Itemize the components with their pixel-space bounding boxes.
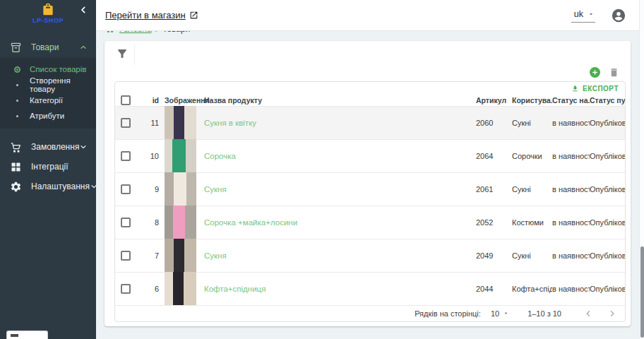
product-name-link[interactable]: Сорочка +майка+лосини (204, 218, 297, 227)
cell-sku: 2060 (476, 119, 512, 127)
chevron-up-icon (79, 43, 88, 52)
funnel-icon (116, 47, 129, 60)
sidebar-item-products[interactable]: Товари (0, 37, 96, 58)
table-row: 9 Сукня 2061 Сукні в наявності Опубліков… (115, 172, 625, 206)
store-link-label: Перейти в магазин (105, 10, 186, 20)
scrollbar-thumb[interactable] (640, 246, 644, 338)
sidebar-item-orders[interactable]: Замовлення (0, 137, 96, 157)
select-all-checkbox[interactable] (121, 95, 131, 105)
cell-publication: Опубліковано (590, 251, 625, 260)
language-code: uk (574, 9, 583, 19)
logo-text: LP-SHOP (0, 17, 96, 24)
row-checkbox[interactable] (121, 151, 131, 161)
browser-status-popup (6, 331, 48, 339)
row-checkbox[interactable] (121, 284, 131, 294)
sidebar-header: LP-SHOP (0, 0, 96, 34)
sidebar-item-integrations[interactable]: Інтеграції (0, 157, 96, 177)
products-submenu: Список товарів Створення товару Категорі… (0, 58, 96, 129)
row-checkbox[interactable] (121, 118, 131, 128)
table-row: 7 Сукня 2049 Сукні в наявності Опубліков… (115, 239, 625, 272)
products-panel: ЕКСПОРТ id Зображення Назва продукту Арт… (105, 41, 631, 326)
product-image[interactable] (165, 172, 196, 206)
rows-per-page-value: 10 (491, 309, 499, 318)
product-name-link[interactable]: Сукня (204, 185, 227, 194)
account-icon (611, 8, 626, 23)
row-checkbox[interactable] (121, 251, 131, 261)
product-name-link[interactable]: Сукня в квітку (204, 119, 256, 127)
sidebar-subitem-label: Атрибути (30, 112, 64, 120)
rows-per-page-select[interactable]: 10 (491, 309, 509, 318)
download-icon (571, 85, 579, 93)
chevron-left-icon (583, 309, 593, 319)
product-image[interactable] (165, 206, 196, 239)
inventory-box-icon (10, 42, 22, 54)
toolbar-divider (134, 45, 135, 65)
cell-publication: Опубліковано (590, 218, 625, 227)
cell-category: Костюми (512, 218, 552, 227)
sidebar-item-attributes[interactable]: Атрибути (0, 108, 96, 124)
product-name-link[interactable]: Сукня (204, 251, 227, 260)
product-image[interactable] (165, 106, 196, 139)
chevron-right-icon (607, 309, 617, 319)
topbar-right: uk (571, 8, 639, 23)
cell-id: 9 (142, 185, 159, 194)
table-row: 6 Кофта+спідниця 2044 Кофта+спідниц в на… (115, 272, 625, 305)
cell-publication: Опубліковано (590, 285, 625, 293)
chevron-left-icon (78, 4, 89, 16)
bullet-dot-icon (12, 100, 22, 102)
sidebar-item-label: Товари (31, 42, 79, 52)
sidebar-item-create-product[interactable]: Створення товару (0, 77, 96, 93)
sidebar-item-label: Налаштування (31, 182, 90, 191)
delete-button[interactable] (609, 67, 619, 78)
sidebar-collapse-button[interactable] (78, 4, 89, 16)
page-scrollbar (639, 0, 644, 339)
cell-sku: 2044 (476, 285, 512, 293)
cell-id: 7 (142, 251, 159, 260)
row-checkbox[interactable] (121, 184, 131, 194)
cell-category: Сорочки (512, 152, 552, 160)
cell-availability: в наявності (552, 152, 590, 160)
sidebar: LP-SHOP Товари Список товарів (0, 0, 96, 339)
product-image[interactable] (165, 239, 196, 272)
cell-publication: Опубліковано (590, 152, 625, 160)
sidebar-subitem-label: Список товарів (30, 65, 86, 73)
product-image[interactable] (165, 139, 196, 172)
sidebar-item-product-list[interactable]: Список товарів (0, 61, 96, 77)
product-image[interactable] (165, 272, 196, 305)
go-to-store-link[interactable]: Перейти в магазин (105, 10, 198, 20)
dropdown-arrow-icon (503, 310, 509, 316)
language-select[interactable]: uk (571, 8, 595, 23)
cell-category: Сукні (512, 185, 552, 194)
cell-category: Сукні (512, 251, 552, 260)
add-product-button[interactable] (590, 67, 600, 78)
products-table: ЕКСПОРТ id Зображення Назва продукту Арт… (114, 81, 626, 322)
previous-page-button[interactable] (581, 307, 595, 321)
sidebar-item-label: Інтеграції (31, 162, 88, 172)
cell-publication: Опубліковано (590, 119, 625, 127)
cart-icon (10, 141, 22, 153)
product-name-link[interactable]: Сорочка (204, 152, 236, 160)
table-pagination: Рядків на сторінці: 10 1–10 з 10 (115, 305, 625, 321)
row-checkbox[interactable] (121, 218, 131, 227)
cell-sku: 2052 (476, 218, 512, 227)
sidebar-item-categories[interactable]: Категорії (0, 93, 96, 108)
export-button[interactable]: ЕКСПОРТ (115, 82, 625, 95)
bullet-dot-icon (12, 115, 22, 117)
cell-availability: в наявності (552, 119, 590, 127)
account-button[interactable] (611, 8, 626, 23)
rows-per-page-label: Рядків на сторінці: (415, 309, 481, 318)
cell-publication: Опубліковано (590, 185, 625, 194)
sidebar-item-settings[interactable]: Налаштування (0, 177, 96, 196)
shopping-bag-icon (41, 2, 55, 16)
table-actions (590, 67, 619, 78)
column-header-image: Зображення (159, 95, 197, 106)
filter-button[interactable] (116, 47, 129, 60)
next-page-button[interactable] (605, 307, 619, 321)
cell-sku: 2049 (476, 251, 512, 260)
table-header-row: id Зображення Назва продукту Артикул Кор… (115, 95, 625, 106)
topbar: Перейти в магазин uk (96, 0, 639, 31)
cell-category: Кофта+спідниц (512, 285, 552, 293)
radio-selected-icon (12, 66, 22, 73)
product-name-link[interactable]: Кофта+спідниця (204, 285, 266, 293)
table-row: 11 Сукня в квітку 2060 Сукні в наявності… (115, 106, 625, 139)
